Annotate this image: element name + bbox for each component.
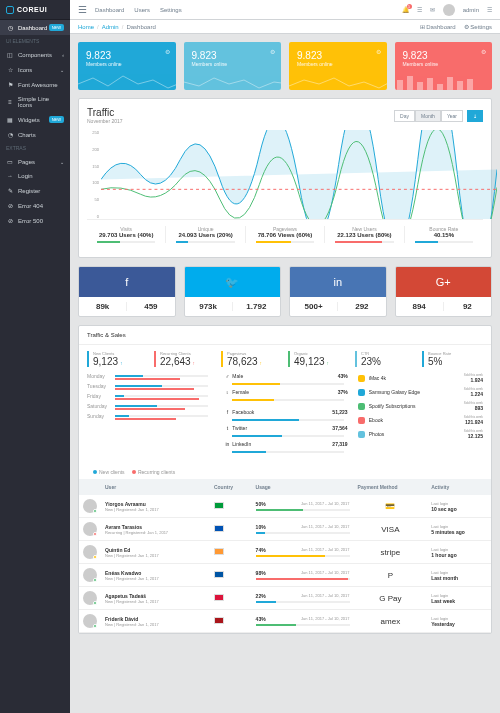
payment-icon: amex bbox=[381, 617, 401, 626]
y-tick: 50 bbox=[87, 197, 99, 202]
stat-card-3: ⚙ 9.823 Members online bbox=[289, 42, 387, 90]
nav-components[interactable]: ◫Components‹ bbox=[0, 47, 70, 62]
badge-new: NEW bbox=[49, 116, 64, 123]
stat-value: 9.823 bbox=[192, 50, 274, 61]
nav-label: Simple Line Icons bbox=[18, 96, 64, 108]
nav-label: Font Awesome bbox=[18, 82, 58, 88]
tstat-value: 22.123 Users (80%) bbox=[325, 232, 403, 238]
nav-fontawesome[interactable]: ⚑Font Awesome bbox=[0, 77, 70, 92]
traffic-sales-card: Traffic & Sales New Clients9,123↑Recurri… bbox=[78, 325, 492, 634]
user-name[interactable]: admin bbox=[463, 7, 479, 13]
user-sub: New | Registered: Jan 1, 2017 bbox=[105, 553, 206, 558]
nav-simpleline[interactable]: ≡Simple Line Icons bbox=[0, 92, 70, 112]
user-sub: New | Registered: Jan 1, 2017 bbox=[105, 507, 206, 512]
bc-admin[interactable]: Admin bbox=[102, 24, 119, 30]
usage-pct: 50% bbox=[256, 501, 266, 507]
stat-value: 9.823 bbox=[403, 50, 485, 61]
day-label: Saturday bbox=[87, 403, 111, 409]
nav-icons[interactable]: ☆Icons⌄ bbox=[0, 62, 70, 77]
nav-widgets[interactable]: ▦WidgetsNEW bbox=[0, 112, 70, 127]
nav-login[interactable]: →Login bbox=[0, 169, 70, 183]
btn-download[interactable]: ⤓ bbox=[467, 110, 483, 122]
th-user: User bbox=[101, 479, 210, 495]
stat-label: Members online bbox=[86, 61, 168, 67]
user-sub: Recurring | Registered: Jan 1, 2017 bbox=[105, 530, 206, 535]
ts-metric: Organic49,123↑ bbox=[288, 351, 349, 367]
bc-dash-link[interactable]: ⊞ Dashboard bbox=[420, 23, 456, 30]
gender-row: ♂Male43% bbox=[222, 373, 347, 379]
user-row[interactable]: Enéas KwadwoNew | Registered: Jan 1, 201… bbox=[79, 564, 491, 587]
linkedin-icon: in bbox=[290, 267, 386, 297]
nav-dashboard[interactable]: ◷ Dashboard NEW bbox=[0, 20, 70, 35]
usage-pct: 10% bbox=[256, 524, 266, 530]
product-name: Samsung Galaxy Edge bbox=[369, 389, 464, 395]
metric-value: 5% bbox=[424, 356, 483, 367]
mail-icon[interactable]: ✉ bbox=[430, 6, 435, 13]
user-avatar bbox=[83, 545, 97, 559]
source-name: LinkedIn bbox=[232, 441, 332, 447]
product-row: Samsung Galaxy EdgeSold this week1.224 bbox=[358, 387, 483, 397]
gear-icon[interactable]: ⚙ bbox=[481, 48, 486, 55]
topnav-users[interactable]: Users bbox=[134, 7, 150, 13]
source-val: 37,564 bbox=[332, 425, 347, 431]
btn-month[interactable]: Month bbox=[415, 110, 441, 122]
gear-icon[interactable]: ⚙ bbox=[376, 48, 381, 55]
user-row[interactable]: Yiorgos AvraamuNew | Registered: Jan 1, … bbox=[79, 495, 491, 518]
usage-pct: 98% bbox=[256, 570, 266, 576]
product-pill bbox=[358, 417, 365, 424]
topnav-settings[interactable]: Settings bbox=[160, 7, 182, 13]
social-twitter: 🐦973k1.792 bbox=[184, 266, 282, 317]
error-icon: ⊘ bbox=[6, 202, 14, 209]
user-row[interactable]: Agapetus TadeášNew | Registered: Jan 1, … bbox=[79, 587, 491, 610]
nav-pages[interactable]: ▭Pages⌄ bbox=[0, 154, 70, 169]
sparkline bbox=[78, 74, 176, 90]
social-val2: 1.792 bbox=[233, 302, 280, 311]
usage-pct: 43% bbox=[256, 616, 266, 622]
stat-label: Members online bbox=[297, 61, 379, 67]
tstat-value: 29.703 Users (40%) bbox=[87, 232, 165, 238]
user-sub: New | Registered: Jan 1, 2017 bbox=[105, 599, 206, 604]
nav-charts[interactable]: ◔Charts bbox=[0, 127, 70, 142]
menu-toggle-icon[interactable]: ☰ bbox=[78, 4, 87, 15]
nav-404[interactable]: ⊘Error 404 bbox=[0, 198, 70, 213]
user-row[interactable]: Quintin EdNew | Registered: Jan 1, 20177… bbox=[79, 541, 491, 564]
user-avatar bbox=[83, 568, 97, 582]
btn-day[interactable]: Day bbox=[394, 110, 415, 122]
bc-settings-link[interactable]: ⚙ Settings bbox=[464, 23, 492, 30]
nav-label: Pages bbox=[18, 159, 35, 165]
user-avatar[interactable] bbox=[443, 4, 455, 16]
user-row[interactable]: Avram TarasiosRecurring | Registered: Ja… bbox=[79, 518, 491, 541]
ts-metric: CTR23% bbox=[355, 351, 416, 367]
day-label: Tuesday bbox=[87, 383, 111, 389]
th-activity: Activity bbox=[427, 479, 491, 495]
product-row: EbookSold this week121.924 bbox=[358, 415, 483, 425]
gear-icon[interactable]: ⚙ bbox=[165, 48, 170, 55]
traffic-title: Traffic bbox=[87, 107, 123, 118]
traffic-chart: 250 200 150 100 50 0 bbox=[87, 130, 483, 220]
gender-name: Female bbox=[232, 389, 337, 395]
product-val: 12.125 bbox=[468, 433, 483, 439]
traffic-stat: New Users22.123 Users (80%) bbox=[325, 226, 404, 243]
stat-value: 9.823 bbox=[297, 50, 379, 61]
menu-right-icon[interactable]: ☰ bbox=[487, 6, 492, 13]
svg-rect-5 bbox=[447, 77, 453, 90]
metric-value: 9,123↑ bbox=[89, 356, 148, 367]
product-name: Ebook bbox=[369, 417, 464, 423]
product-row: iMac 4kSold this week1.924 bbox=[358, 373, 483, 383]
metric-value: 49,123↑ bbox=[290, 356, 349, 367]
list-icon[interactable]: ☰ bbox=[417, 6, 422, 13]
topnav-dashboard[interactable]: Dashboard bbox=[95, 7, 124, 13]
btn-year[interactable]: Year bbox=[441, 110, 463, 122]
bc-home[interactable]: Home bbox=[78, 24, 94, 30]
nav-500[interactable]: ⊘Error 500 bbox=[0, 213, 70, 228]
notif-badge: 5 bbox=[407, 4, 412, 9]
gear-icon[interactable]: ⚙ bbox=[270, 48, 275, 55]
nav-register[interactable]: ✎Register bbox=[0, 183, 70, 198]
user-row[interactable]: Friderik DávidNew | Registered: Jan 1, 2… bbox=[79, 610, 491, 633]
gender-icon: ♂ bbox=[222, 373, 232, 379]
bell-icon[interactable]: 🔔5 bbox=[402, 6, 409, 13]
product-name: Spotify Subscriptions bbox=[369, 403, 464, 409]
metric-value: 23% bbox=[357, 356, 416, 367]
country-flag-icon bbox=[214, 525, 224, 532]
logo-text: COREUI bbox=[17, 6, 47, 13]
